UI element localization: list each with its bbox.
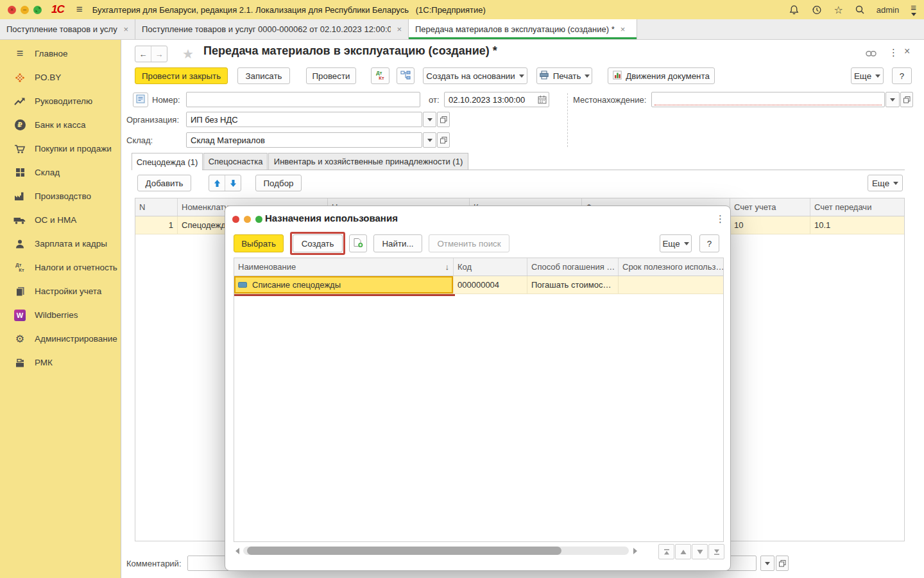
tab-special-equipment[interactable]: Спецоснастка	[203, 153, 268, 170]
warehouse-input[interactable]: Склад Материалов	[186, 132, 422, 148]
sidebar-item-poby[interactable]: PO.BY	[0, 66, 121, 89]
create-based-on-button[interactable]: Создать на основании	[423, 67, 527, 84]
warehouse-open-button[interactable]	[437, 132, 450, 148]
window-close-icon[interactable]: ×	[8, 6, 16, 14]
sidebar-item-administration[interactable]: ⚙ Администрирование	[0, 327, 121, 351]
sidebar-item-bank-cash[interactable]: ₽ Банк и касса	[0, 113, 121, 137]
forward-button[interactable]: →	[151, 46, 167, 62]
column-header-code[interactable]: Код	[454, 258, 527, 276]
window-minimize-icon[interactable]: –	[21, 6, 29, 14]
post-and-close-button[interactable]: Провести и закрыть	[135, 67, 228, 84]
column-header-term[interactable]: Срок полезного использ…	[619, 258, 724, 276]
more-button[interactable]: Еще	[851, 67, 884, 84]
number-input[interactable]	[186, 92, 420, 107]
back-button[interactable]: ←	[135, 46, 151, 62]
copy-link-icon[interactable]	[866, 49, 877, 59]
window-restore-icon[interactable]	[33, 6, 42, 14]
document-movements-button[interactable]: Движения документа	[608, 67, 715, 84]
sidebar-item-fixed-assets[interactable]: ОС и НМА	[0, 208, 121, 232]
cancel-search-button[interactable]: Отменить поиск	[429, 234, 509, 252]
column-header-n[interactable]: N	[135, 198, 178, 216]
sidebar-item-main[interactable]: ≡ Главное	[0, 42, 121, 66]
sidebar-item-production[interactable]: Производство	[0, 184, 121, 208]
tab-receipt-document[interactable]: Поступление товаров и услуг 0000-000062 …	[135, 19, 409, 39]
dialog-close-icon[interactable]	[232, 216, 239, 223]
tab-close-icon[interactable]: ×	[397, 24, 402, 34]
help-button[interactable]: ?	[892, 67, 912, 84]
save-button[interactable]: Записать	[237, 67, 290, 84]
dialog-help-button[interactable]: ?	[699, 234, 719, 252]
first-row-icon	[663, 548, 670, 556]
dialog-more-button[interactable]: Еще	[660, 234, 692, 252]
sidebar-item-salary-hr[interactable]: Зарплата и кадры	[0, 232, 121, 256]
show-postings-button[interactable]: Дт Кт	[371, 67, 389, 84]
tab-close-icon[interactable]: ×	[123, 24, 128, 34]
dialog-more-icon[interactable]: ⋮	[715, 213, 725, 225]
previous-row-button[interactable]	[675, 544, 691, 559]
column-header-transfer-account[interactable]: Счет передачи	[810, 198, 905, 216]
create-button[interactable]: Создать	[293, 234, 343, 252]
dialog-minimize-icon[interactable]	[244, 216, 251, 223]
grid-more-button[interactable]: Еще	[868, 175, 903, 191]
go-to-last-button[interactable]	[708, 544, 724, 559]
go-to-first-button[interactable]	[658, 544, 674, 559]
tab-materials-transfer[interactable]: Передача материалов в эксплуатацию (созд…	[409, 19, 637, 39]
tab-receipt-list[interactable]: Поступление товаров и услуг ×	[0, 19, 135, 39]
sidebar-item-warehouse[interactable]: Склад	[0, 161, 121, 184]
sidebar-item-label: Покупки и продажи	[35, 144, 112, 153]
move-down-button[interactable]	[225, 175, 241, 191]
responsible-open-button[interactable]	[776, 556, 789, 571]
calendar-icon[interactable]	[538, 95, 547, 106]
current-user[interactable]: admin	[877, 5, 899, 15]
sidebar-item-manager[interactable]: Руководителю	[0, 89, 121, 113]
favorites-star-icon[interactable]: ☆	[834, 4, 843, 16]
column-header-method[interactable]: Способ погашения …	[527, 258, 619, 276]
sidebar-item-purchases-sales[interactable]: Покупки и продажи	[0, 137, 121, 161]
scroll-left-icon[interactable]	[235, 548, 239, 554]
location-open-button[interactable]	[900, 92, 913, 107]
sidebar-item-rmk[interactable]: РМК	[0, 351, 121, 374]
find-button[interactable]: Найти...	[373, 234, 422, 252]
tab-close-icon[interactable]: ×	[620, 24, 626, 34]
main-menu-icon[interactable]: ≡	[76, 3, 83, 16]
location-dropdown-button[interactable]	[886, 92, 900, 107]
history-icon[interactable]	[811, 4, 822, 15]
print-button[interactable]: Печать	[536, 67, 592, 84]
column-header-account[interactable]: Счет учета	[730, 198, 810, 216]
dialog-maximize-icon[interactable]	[255, 216, 262, 223]
pick-items-button[interactable]: Подбор	[255, 175, 302, 191]
warehouse-dropdown-button[interactable]	[423, 132, 436, 148]
sidebar-item-taxes-reports[interactable]: ДтКт Налоги и отчетность	[0, 256, 121, 279]
tab-workwear[interactable]: Спецодежда (1)	[132, 153, 203, 170]
responsible-dropdown-button[interactable]	[760, 556, 774, 571]
organization-input[interactable]: ИП без НДС	[186, 112, 422, 127]
horizontal-scrollbar[interactable]	[243, 547, 629, 555]
close-form-icon[interactable]: ×	[904, 46, 910, 57]
create-group-button[interactable]	[349, 234, 367, 252]
date-input[interactable]: 02.10.2023 13:00:00	[444, 92, 549, 107]
organization-dropdown-button[interactable]	[423, 112, 436, 127]
select-button[interactable]: Выбрать	[234, 234, 284, 252]
service-menu-icon[interactable]: ≡	[911, 4, 916, 16]
list-item-icon	[238, 282, 247, 288]
notifications-bell-icon[interactable]	[789, 4, 800, 15]
post-button[interactable]: Провести	[306, 67, 356, 84]
scroll-right-icon[interactable]	[633, 548, 637, 554]
table-row-selected[interactable]: Списание спецодежды 000000004 Погашать с…	[234, 276, 723, 294]
sidebar-item-wildberries[interactable]: W Wildberries	[0, 303, 121, 327]
search-icon[interactable]	[855, 4, 865, 15]
next-row-button[interactable]	[692, 544, 708, 559]
move-up-button[interactable]	[209, 175, 225, 191]
sidebar-item-accounting-settings[interactable]: Настройки учета	[0, 279, 121, 303]
sections-sidebar: ≡ Главное PO.BY Руководителю ₽ Банк и ка…	[0, 40, 121, 578]
tab-inventory[interactable]: Инвентарь и хозяйственные принадлежности…	[268, 153, 468, 170]
related-documents-button[interactable]	[397, 67, 415, 84]
location-input[interactable]	[651, 92, 885, 107]
add-row-button[interactable]: Добавить	[137, 175, 191, 191]
column-header-name[interactable]: Наименование ↓	[234, 258, 454, 276]
notes-button[interactable]	[133, 92, 148, 107]
organization-open-button[interactable]	[437, 112, 450, 127]
favorite-star-icon[interactable]: ★	[182, 46, 194, 62]
window-more-icon[interactable]: ⋮	[889, 47, 898, 58]
scrollbar-thumb[interactable]	[247, 547, 561, 555]
